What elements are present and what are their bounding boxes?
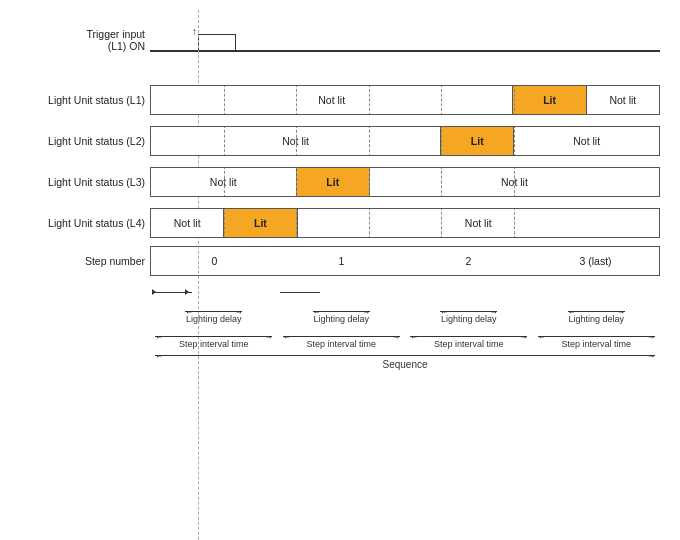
step-interval-label-2: Step interval time bbox=[434, 339, 504, 349]
step-interval-label-1: Step interval time bbox=[306, 339, 376, 349]
row-l4-bar: Not lit Lit Not lit bbox=[150, 208, 660, 238]
lighting-delay-label-1: Lighting delay bbox=[313, 314, 369, 324]
step-cell-2: 2 bbox=[405, 246, 532, 276]
step-cell-0: 0 bbox=[150, 246, 278, 276]
row-l1-bar: Not lit Lit Not lit bbox=[150, 85, 660, 115]
step-number-label: Step number bbox=[20, 255, 150, 267]
row-l3-bar: Not lit Lit Not lit bbox=[150, 167, 660, 197]
l3-seg-lit: Lit bbox=[297, 168, 370, 196]
row-l1-label: Light Unit status (L1) bbox=[20, 94, 150, 106]
row-l3: Light Unit status (L3) Not lit Lit Not l… bbox=[20, 163, 660, 201]
l1-seg-notlit1: Not lit bbox=[151, 86, 513, 114]
row-l3-label: Light Unit status (L3) bbox=[20, 176, 150, 188]
step-cells: 0 1 2 3 (last) bbox=[150, 246, 660, 276]
l1-seg-lit: Lit bbox=[513, 86, 586, 114]
l4-seg-notlit1: Not lit bbox=[151, 209, 224, 237]
lighting-delay-label-0: Lighting delay bbox=[186, 314, 242, 324]
row-l2: Light Unit status (L2) Not lit Lit Not l… bbox=[20, 122, 660, 160]
l4-seg-notlit2: Not lit bbox=[298, 209, 659, 237]
timing-diagram: Trigger input (L1) ON ↑ Light Unit statu… bbox=[0, 0, 680, 540]
lighting-delay-label-3: Lighting delay bbox=[568, 314, 624, 324]
row-l4-label: Light Unit status (L4) bbox=[20, 217, 150, 229]
l4-seg-lit: Lit bbox=[224, 209, 297, 237]
trigger-label: Trigger input bbox=[20, 28, 145, 40]
lighting-delay-section bbox=[150, 281, 660, 303]
l2-seg-lit: Lit bbox=[441, 127, 514, 155]
l1-seg-notlit2: Not lit bbox=[587, 86, 659, 114]
row-l2-bar: Not lit Lit Not lit bbox=[150, 126, 660, 156]
row-l4: Light Unit status (L4) Not lit Lit Not l… bbox=[20, 204, 660, 242]
sequence-label: Sequence bbox=[382, 359, 427, 370]
step-cell-1: 1 bbox=[278, 246, 405, 276]
step-row: Step number 0 1 2 3 (last) bbox=[20, 245, 660, 277]
row-l2-label: Light Unit status (L2) bbox=[20, 135, 150, 147]
step-cell-3: 3 (last) bbox=[532, 246, 660, 276]
l2-seg-notlit2: Not lit bbox=[514, 127, 659, 155]
step-interval-label-0: Step interval time bbox=[179, 339, 249, 349]
step-interval-label-3: Step interval time bbox=[561, 339, 631, 349]
trigger-on-label: (L1) ON bbox=[20, 40, 145, 52]
lighting-delay-label-2: Lighting delay bbox=[441, 314, 497, 324]
annotations-area: ← → Lighting delay ← → Lighting delay ← … bbox=[150, 305, 660, 381]
row-l1: Light Unit status (L1) Not lit Lit Not l… bbox=[20, 81, 660, 119]
